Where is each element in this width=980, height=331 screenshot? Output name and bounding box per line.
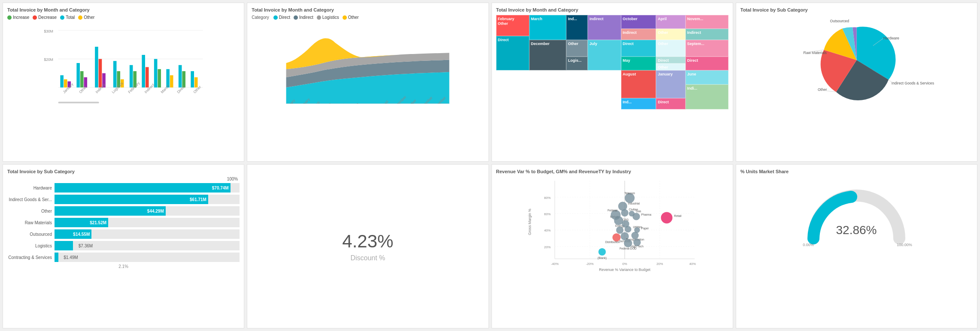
gauge-svg: 0.00% 100.00% 32.86% xyxy=(801,183,912,251)
treemap-cell: October xyxy=(621,15,656,29)
svg-rect-25 xyxy=(191,71,194,87)
svg-text:0%: 0% xyxy=(622,262,627,266)
treemap-cell: July xyxy=(588,40,621,70)
svg-rect-20 xyxy=(158,69,161,87)
y-label-20m: $20M xyxy=(44,57,53,62)
treemap-cell: Direct xyxy=(686,57,728,70)
svg-rect-6 xyxy=(76,63,80,87)
svg-text:Federal: Federal xyxy=(607,209,617,212)
treemap-cell: April xyxy=(656,15,685,29)
stream-chart-svg: January February March April May June Ju… xyxy=(252,22,484,104)
x-axis-title: Revenue % Variance to Budget xyxy=(599,268,650,272)
svg-rect-9 xyxy=(95,47,98,87)
hbar-row-contracting: Contracting & Services $1.49M xyxy=(7,253,240,262)
svg-text:20%: 20% xyxy=(656,262,663,266)
hbar-row-indirect: Indirect Goods & Ser... $61.71M xyxy=(7,195,240,204)
hbar-row-hardware: Hardware $70.74M xyxy=(7,183,240,193)
treemap-cell: Other xyxy=(566,40,588,57)
svg-text:60%: 60% xyxy=(544,212,551,216)
svg-text:Federal-DOD: Federal-DOD xyxy=(619,247,637,250)
hbar-row-outsourced: Outsourced $14.55M xyxy=(7,229,240,239)
legend-category: Category xyxy=(252,15,270,20)
treemap-cell: Septem... xyxy=(686,40,728,57)
legend-total: Total xyxy=(60,15,75,20)
direct-dot xyxy=(273,15,278,20)
gauge-value: 32.86% xyxy=(836,223,877,237)
hbar-row-other: Other $44.29M xyxy=(7,206,240,216)
bubble-paper xyxy=(634,227,640,233)
hbar-container: Hardware $70.74M Indirect Goods & Ser...… xyxy=(7,183,240,262)
pie-label-other: Other xyxy=(818,87,827,92)
svg-text:Distribution: Distribution xyxy=(605,241,619,244)
card-pie-chart: Total Invoice by Sub Category Hardware I… xyxy=(736,3,977,162)
y-label-30m: $30M xyxy=(44,29,53,33)
card2-legend: Category Direct Indirect Logistics Other xyxy=(252,15,484,20)
card-stream-chart: Total Invoice by Month and Category Cate… xyxy=(247,3,488,162)
svg-text:Paper: Paper xyxy=(641,227,649,230)
card-gauge: % Units Market Share 0.00% 100.00% 32.86… xyxy=(736,164,977,328)
legend-other: Other xyxy=(78,15,94,20)
card-treemap: Total Invoice by Month and Category Febr… xyxy=(492,3,733,162)
svg-text:Pharma: Pharma xyxy=(641,213,651,216)
svg-rect-19 xyxy=(154,59,158,88)
card5-title: Total Invoice by Sub Category xyxy=(7,169,240,174)
bar-chart-svg: $30M $20M xyxy=(7,22,240,104)
discount-value: 4.23% xyxy=(342,231,393,252)
y-axis-title: Gross Margin % xyxy=(527,208,531,235)
svg-rect-22 xyxy=(170,75,173,88)
svg-text:Indirect: Indirect xyxy=(143,82,155,94)
gauge-container: 0.00% 100.00% 32.86% xyxy=(740,183,973,251)
svg-text:40%: 40% xyxy=(544,229,551,232)
svg-rect-36 xyxy=(58,102,99,103)
bubble-energy xyxy=(616,226,623,234)
treemap-cell: Logis... xyxy=(566,57,588,70)
pie-label-outsourced: Outsourced xyxy=(830,19,849,23)
treemap-cell: June xyxy=(686,70,728,84)
gauge-min: 0.00% xyxy=(803,243,814,247)
legend-direct: Direct xyxy=(273,15,290,20)
card7-title: Revenue Var % to Budget, GM% and Revenue… xyxy=(496,169,728,174)
treemap-cell: Novem... xyxy=(686,15,728,29)
indirect-dot xyxy=(294,15,298,20)
svg-text:Gas: Gas xyxy=(636,210,641,213)
bubble-pharma xyxy=(632,213,640,220)
svg-text:80%: 80% xyxy=(544,196,551,200)
total-dot xyxy=(60,15,64,20)
svg-rect-10 xyxy=(99,59,102,88)
svg-text:CPG: CPG xyxy=(622,218,629,221)
svg-rect-18 xyxy=(146,67,149,88)
treemap-cell: Direct xyxy=(621,40,656,57)
svg-text:-40%: -40% xyxy=(551,262,558,266)
legend-logistics: Logistics xyxy=(317,15,339,20)
pie-chart-svg: Hardware Indirect Goods & Services Other… xyxy=(740,15,973,105)
treemap-cell: Other xyxy=(656,40,685,57)
bubble-industrial xyxy=(618,202,627,211)
other-dot xyxy=(78,15,82,20)
pie-label-indirect: Indirect Goods & Services xyxy=(892,81,934,85)
hbar-row-logistics: Logistics $7.36M xyxy=(7,241,240,250)
bubble-chart-svg: 80% 60% 40% 20% -40% -20% 0% 20% 40% Rev… xyxy=(496,177,728,275)
svg-text:Telecom: Telecom xyxy=(624,192,635,195)
card-hbar-chart: Total Invoice by Sub Category 100% Hardw… xyxy=(3,164,244,328)
card-discount: 4.23% Discount % xyxy=(247,164,488,328)
treemap-cell: Indirect xyxy=(686,29,728,40)
treemap-cell: Other xyxy=(656,29,685,40)
svg-text:-20%: -20% xyxy=(586,262,593,266)
card3-title: Total Invoice by Month and Category xyxy=(496,7,728,12)
legend-indirect: Indirect xyxy=(294,15,313,20)
percent-100: 100% xyxy=(7,177,238,181)
discount-label: Discount % xyxy=(350,254,385,262)
treemap-cell: March xyxy=(529,15,566,40)
svg-rect-23 xyxy=(179,65,182,87)
bottom-pct: 2.1% xyxy=(7,264,240,269)
svg-rect-3 xyxy=(60,75,64,88)
legend-increase: Increase xyxy=(7,15,29,20)
gauge-max: 100.00% xyxy=(897,243,913,247)
increase-dot xyxy=(7,15,12,20)
treemap-cell: Ind... xyxy=(621,98,656,109)
treemap-cell: Ind... xyxy=(566,15,588,40)
other2-dot xyxy=(343,15,347,20)
svg-rect-15 xyxy=(130,65,133,87)
svg-text:Retail: Retail xyxy=(674,214,682,217)
decrease-dot xyxy=(33,15,37,20)
